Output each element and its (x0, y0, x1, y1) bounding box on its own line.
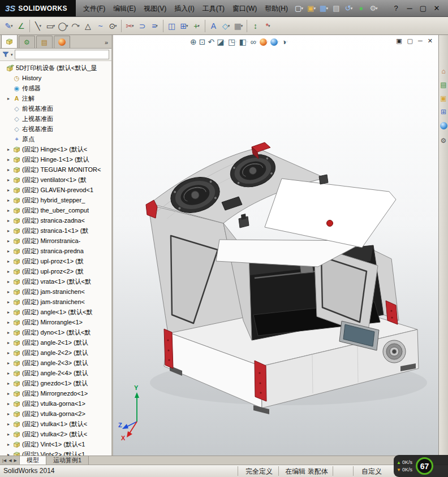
design-library-icon[interactable]: ▤ (440, 81, 446, 88)
tree-item[interactable]: ▸(固定) hybrid_stepper_ (0, 195, 111, 205)
tree-item[interactable]: ▸(固定) Mirrorangle<1> (0, 317, 111, 327)
expand-arrow-icon[interactable]: ▸ (7, 157, 12, 162)
expand-arrow-icon[interactable]: ▸ (7, 340, 12, 345)
expand-arrow-icon[interactable]: ▸ (7, 289, 12, 294)
display-style-icon[interactable]: ◧▾ (239, 37, 248, 47)
hide-show-items-icon-dropdown[interactable]: ▾ (255, 40, 257, 44)
appearances-icon[interactable] (440, 122, 447, 131)
tree-item[interactable]: ▸(固定) gnezdo<1> (默认 (0, 378, 111, 388)
expand-arrow-icon[interactable]: ▸ (7, 147, 12, 152)
expand-arrow-icon[interactable]: ▸ (7, 167, 12, 172)
text-icon[interactable]: A (208, 19, 219, 33)
options-icon[interactable]: ⚙▾ (368, 2, 380, 14)
move-entities-icon[interactable]: +▾ (191, 19, 203, 33)
sheet-tab-运动算例1[interactable]: 运动算例1 (46, 456, 89, 465)
tree-item[interactable]: ▸(固定) stranica-predna (0, 246, 111, 256)
tree-item[interactable]: ▸(固定) jam-stranichen< (0, 297, 111, 307)
undo-icon[interactable]: ↺▾ (343, 2, 355, 14)
expand-arrow-icon[interactable]: ▸ (7, 381, 12, 386)
menu-item[interactable]: 插入(I) (170, 0, 198, 17)
help-icon[interactable]: ? (389, 2, 403, 15)
move-entities-icon-dropdown[interactable]: ▾ (197, 24, 200, 28)
tree-item[interactable]: ▸(固定) GLAVEN-prevod<1 (0, 185, 111, 195)
expand-arrow-icon[interactable]: ▸ (7, 177, 12, 183)
expand-arrow-icon[interactable]: ▸ (7, 432, 12, 437)
tree-item[interactable]: ▸(固定) Hinge-1<1> (默认 (0, 154, 111, 164)
menu-item[interactable]: 文件(F) (79, 0, 109, 17)
plane-icon[interactable]: ◇▾ (220, 19, 232, 33)
reference-geometry-icon[interactable]: *▾ (262, 19, 274, 33)
tree-item[interactable]: ◉传感器 (0, 83, 111, 93)
expand-arrow-icon[interactable]: ▸ (7, 330, 12, 335)
tree-item[interactable]: ◇上视基准面 (0, 114, 111, 124)
ellipse-icon-dropdown[interactable]: ▾ (115, 24, 117, 28)
expand-arrow-icon[interactable]: ▸ (7, 442, 12, 447)
expand-arrow-icon[interactable]: ▸ (7, 238, 12, 244)
trim-entities-icon-dropdown[interactable]: ▾ (132, 24, 134, 28)
view-settings-icon-dropdown[interactable]: ▾ (286, 40, 288, 44)
tree-item[interactable]: ◷History (0, 73, 111, 83)
expand-arrow-icon[interactable]: ▸ (7, 198, 12, 203)
rebuild-icon[interactable]: ● (355, 2, 367, 14)
edit-appearance-icon-dropdown[interactable]: ▾ (266, 40, 269, 44)
expand-arrow-icon[interactable]: ▸ (7, 259, 12, 264)
panel-tab-overflow-icon[interactable]: » (105, 39, 111, 48)
graphics-area[interactable]: ⊕⊡↶◪▾◳▾◧▾∞▾▾▾◑▾ ▣▢─✕ Y Z X (113, 35, 438, 456)
tree-root[interactable]: 5D打印机设备 (默认<默认_显 (0, 63, 111, 73)
tile-icon[interactable]: ▢ (407, 37, 413, 45)
save-icon[interactable]: ▦▾ (318, 2, 330, 14)
expand-arrow-icon[interactable]: ▸ (7, 208, 12, 213)
close-icon[interactable]: ✕ (430, 2, 443, 15)
ellipse-icon[interactable]: ⊙▾ (107, 19, 119, 33)
view-settings-icon[interactable]: ◑▾ (282, 37, 288, 47)
filter-dropdown-icon[interactable]: ▾ (11, 53, 13, 57)
apply-scene-icon[interactable]: ▾ (270, 37, 279, 47)
convert-entities-icon[interactable]: ⊃ (136, 19, 148, 33)
tree-item[interactable]: ▸(固定) vtulka-gorna<1> (0, 398, 111, 409)
reference-geometry-icon-dropdown[interactable]: ▾ (268, 24, 270, 28)
menu-item[interactable]: 工具(T) (199, 0, 229, 17)
new-file-icon-dropdown[interactable]: ▾ (301, 6, 303, 11)
zoom-fit-icon[interactable]: ⊕ (190, 37, 197, 47)
expand-arrow-icon[interactable]: ▸ (7, 218, 12, 223)
expand-arrow-icon[interactable]: ▸ (7, 188, 12, 193)
open-file-icon[interactable]: ▣▾ (305, 2, 317, 14)
new-file-icon[interactable]: ▢▾ (293, 2, 305, 14)
expand-arrow-icon[interactable]: ▸ (7, 411, 12, 417)
expand-arrow-icon[interactable]: ▸ (7, 249, 12, 254)
line-icon-dropdown[interactable]: ▾ (39, 24, 41, 28)
mirror-entities-icon[interactable]: ◫ (166, 19, 178, 33)
zoom-area-icon[interactable]: ⊡ (199, 37, 206, 47)
tree-item[interactable]: ▸(固定) dyno<1> (默认<默 (0, 327, 111, 337)
tree-item[interactable]: ▸(固定) angle<1> (默认<默 (0, 307, 111, 317)
rectangle-icon-dropdown[interactable]: ▾ (53, 24, 55, 28)
print-icon[interactable]: ▤ (330, 2, 342, 14)
filter-input[interactable] (15, 50, 109, 59)
tree-item[interactable]: ▸(固定) upl-proz<2> (默 (0, 266, 111, 276)
filter-funnel-icon[interactable] (2, 50, 9, 60)
tree-item[interactable]: ▸(固定) Mirrorstranica- (0, 236, 111, 246)
configurationmanager-tab[interactable]: ▤ (36, 36, 53, 48)
expand-arrow-icon[interactable]: ▸ (7, 300, 12, 305)
linear-pattern-icon[interactable]: ⊞▾ (178, 19, 190, 33)
instant2d-icon[interactable]: ↕ (249, 19, 261, 33)
arc-icon-dropdown[interactable]: ▾ (77, 24, 80, 28)
expand-arrow-icon[interactable]: ▸ (7, 269, 12, 274)
spline-icon[interactable]: ~ (94, 19, 106, 33)
sketch-icon-dropdown[interactable]: ▾ (11, 24, 13, 28)
tree-item[interactable]: ▸(固定) Vint<2> (默认<1 (0, 449, 111, 456)
smart-dimension-icon[interactable]: ∠ (15, 19, 27, 33)
tree-item[interactable]: ▸(固定) angle-2<4> (默认 (0, 368, 111, 378)
tree-item[interactable]: ⌖原点 (0, 134, 111, 144)
sketch-icon[interactable]: ✎▾ (3, 19, 15, 33)
minimize-doc-icon[interactable]: ─ (418, 37, 423, 45)
home-icon[interactable]: ⌂ (441, 68, 445, 75)
tree-item[interactable]: ▸(固定) the_uber_comput (0, 205, 111, 215)
display-style-icon-dropdown[interactable]: ▾ (246, 40, 248, 44)
linear-pattern-icon-dropdown[interactable]: ▾ (186, 24, 188, 28)
tree-item[interactable]: ▸(固定) jam-stranichen< (0, 287, 111, 297)
trim-entities-icon[interactable]: ✂▾ (124, 19, 136, 33)
tree-item[interactable]: ▸(固定) ventilator<1> (默 (0, 175, 111, 185)
expand-arrow-icon[interactable]: ▸ (7, 401, 12, 406)
quick-snaps-icon[interactable]: ▦▾ (232, 19, 244, 33)
